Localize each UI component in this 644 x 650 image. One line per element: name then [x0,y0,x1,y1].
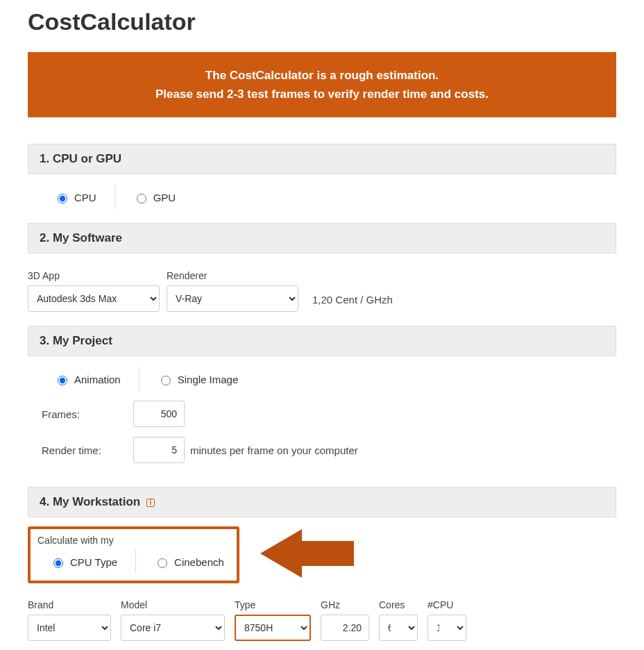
step3-header: 3. My Project [28,326,616,356]
rendertime-label: Render time: [36,444,133,456]
step4-header-text: 4. My Workstation [40,495,140,508]
app-select[interactable]: Autodesk 3ds Max [28,285,160,312]
info-icon[interactable]: i [146,499,155,507]
price-text: 1,20 Cent / GHzh [305,294,393,312]
rendertime-input[interactable] [133,437,185,463]
cores-label: Cores [379,599,418,610]
single-radio-label: Single Image [178,374,239,385]
page-title: CostCalculator [28,8,616,35]
step1-header: 1. CPU or GPU [28,144,616,174]
ncpu-select[interactable]: 1 [427,615,466,641]
brand-select[interactable]: Intel [28,615,111,641]
cputype-radio-label: CPU Type [70,556,117,568]
ncpu-label: #CPU [427,599,466,610]
single-radio-group[interactable]: Single Image [139,369,257,390]
arrow-left-icon [260,526,357,584]
frames-label: Frames: [36,408,133,420]
model-label: Model [121,599,225,610]
notice-line2: Please send 2-3 test frames to verify re… [39,85,605,103]
cpu-radio-group[interactable]: CPU [36,188,115,208]
animation-radio-label: Animation [74,374,121,385]
gpu-radio[interactable] [137,194,146,203]
ghz-input[interactable] [321,615,369,641]
rendertime-suffix: minutes per frame on your computer [190,444,358,456]
step4-header: 4. My Workstation i [28,487,616,517]
app-label: 3D App [28,270,160,281]
step2-header: 2. My Software [28,223,616,253]
cores-select[interactable]: 6 [379,615,418,641]
cinebench-radio-label: Cinebench [174,556,224,568]
notice-banner: The CostCalculator is a rough estimation… [28,52,616,117]
calc-with-label: Calculate with my [37,535,237,546]
animation-radio-group[interactable]: Animation [36,369,139,390]
cinebench-radio[interactable] [158,558,167,568]
cpu-radio-label: CPU [74,192,96,203]
renderer-label: Renderer [167,270,298,281]
gpu-radio-group[interactable]: GPU [115,188,194,208]
calc-mode-highlight: Calculate with my CPU Type Cinebench [28,526,239,583]
gpu-radio-label: GPU [153,192,176,203]
renderer-select[interactable]: V-Ray [167,285,298,312]
type-select[interactable]: 8750H [235,615,311,641]
ghz-label: GHz [321,599,369,610]
frames-input[interactable] [133,401,185,427]
type-label: Type [235,599,311,610]
cputype-radio-group[interactable]: CPU Type [37,552,135,572]
cinebench-radio-group[interactable]: Cinebench [136,552,237,572]
cputype-radio[interactable] [53,558,63,568]
cpu-radio[interactable] [58,194,67,203]
notice-line1: The CostCalculator is a rough estimation… [39,66,605,85]
brand-label: Brand [28,599,111,610]
svg-marker-0 [260,529,354,578]
single-radio[interactable] [161,376,171,385]
animation-radio[interactable] [58,376,67,385]
model-select[interactable]: Core i7 [121,615,225,641]
